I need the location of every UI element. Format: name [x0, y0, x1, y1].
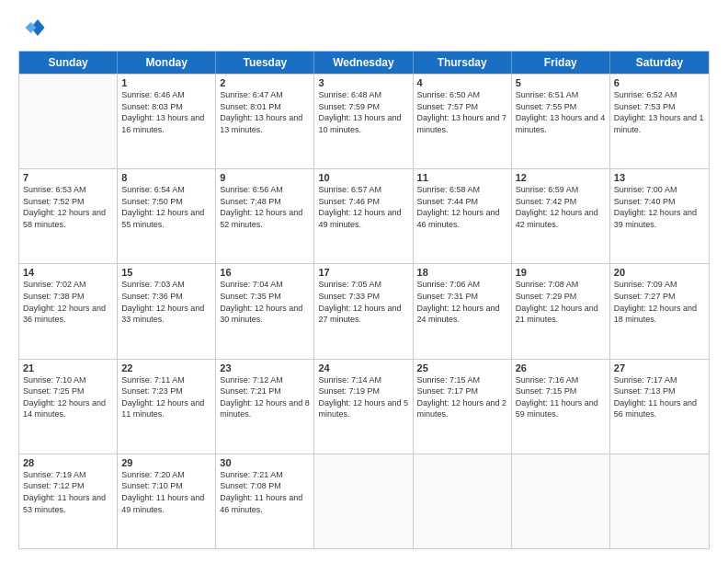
cal-week-2: 14 Sunrise: 7:02 AM Sunset: 7:38 PM Dayl…: [19, 263, 709, 358]
day-number: 27: [614, 362, 705, 373]
day-number: 22: [121, 362, 211, 373]
cal-cell: 14 Sunrise: 7:02 AM Sunset: 7:38 PM Dayl…: [19, 264, 118, 358]
cal-cell: 12 Sunrise: 6:59 AM Sunset: 7:42 PM Dayl…: [512, 169, 610, 263]
day-number: 14: [23, 267, 113, 278]
cal-week-3: 21 Sunrise: 7:10 AM Sunset: 7:25 PM Dayl…: [19, 359, 709, 454]
day-number: 12: [516, 172, 606, 183]
cal-cell: 24 Sunrise: 7:14 AM Sunset: 7:19 PM Dayl…: [314, 360, 413, 454]
page: SundayMondayTuesdayWednesdayThursdayFrid…: [0, 0, 728, 563]
day-number: 18: [417, 267, 507, 278]
cal-cell: 8 Sunrise: 6:54 AM Sunset: 7:50 PM Dayli…: [118, 169, 216, 263]
day-number: 5: [516, 77, 606, 88]
day-info: Sunrise: 6:56 AM Sunset: 7:48 PM Dayligh…: [220, 184, 310, 230]
cal-cell: [610, 454, 709, 548]
cal-cell: [512, 454, 610, 548]
day-info: Sunrise: 6:51 AM Sunset: 7:55 PM Dayligh…: [516, 89, 606, 135]
day-info: Sunrise: 7:09 AM Sunset: 7:27 PM Dayligh…: [614, 279, 705, 325]
cal-cell: 15 Sunrise: 7:03 AM Sunset: 7:36 PM Dayl…: [118, 264, 216, 358]
day-number: 20: [614, 267, 705, 278]
cal-cell: 18 Sunrise: 7:06 AM Sunset: 7:31 PM Dayl…: [414, 264, 512, 358]
cal-cell: 6 Sunrise: 6:52 AM Sunset: 7:53 PM Dayli…: [610, 75, 709, 168]
cal-cell: 20 Sunrise: 7:09 AM Sunset: 7:27 PM Dayl…: [610, 264, 709, 358]
day-number: 2: [220, 77, 310, 88]
day-number: 16: [220, 267, 310, 278]
day-info: Sunrise: 6:54 AM Sunset: 7:50 PM Dayligh…: [121, 184, 211, 230]
day-number: 28: [23, 457, 113, 468]
cal-cell: 3 Sunrise: 6:48 AM Sunset: 7:59 PM Dayli…: [314, 75, 413, 168]
day-number: 4: [417, 77, 507, 88]
cal-cell: [314, 454, 413, 548]
header-day-tuesday: Tuesday: [216, 52, 314, 74]
day-info: Sunrise: 7:03 AM Sunset: 7:36 PM Dayligh…: [121, 279, 211, 325]
day-number: 6: [614, 77, 705, 88]
cal-cell: 25 Sunrise: 7:15 AM Sunset: 7:17 PM Dayl…: [414, 360, 512, 454]
cal-cell: 13 Sunrise: 7:00 AM Sunset: 7:40 PM Dayl…: [610, 169, 709, 263]
day-info: Sunrise: 7:11 AM Sunset: 7:23 PM Dayligh…: [121, 374, 211, 420]
day-info: Sunrise: 7:08 AM Sunset: 7:29 PM Dayligh…: [516, 279, 606, 325]
day-number: 13: [614, 172, 705, 183]
day-number: 24: [318, 362, 408, 373]
cal-cell: 28 Sunrise: 7:19 AM Sunset: 7:12 PM Dayl…: [19, 454, 118, 548]
cal-cell: [19, 75, 118, 168]
day-info: Sunrise: 6:48 AM Sunset: 7:59 PM Dayligh…: [318, 89, 408, 135]
cal-cell: 26 Sunrise: 7:16 AM Sunset: 7:15 PM Dayl…: [512, 360, 610, 454]
day-info: Sunrise: 7:06 AM Sunset: 7:31 PM Dayligh…: [417, 279, 507, 325]
cal-cell: 11 Sunrise: 6:58 AM Sunset: 7:44 PM Dayl…: [414, 169, 512, 263]
cal-cell: 9 Sunrise: 6:56 AM Sunset: 7:48 PM Dayli…: [216, 169, 314, 263]
day-number: 17: [318, 267, 408, 278]
day-info: Sunrise: 7:04 AM Sunset: 7:35 PM Dayligh…: [220, 279, 310, 325]
calendar: SundayMondayTuesdayWednesdayThursdayFrid…: [18, 51, 710, 549]
day-info: Sunrise: 6:50 AM Sunset: 7:57 PM Dayligh…: [417, 89, 507, 135]
cal-cell: 10 Sunrise: 6:57 AM Sunset: 7:46 PM Dayl…: [314, 169, 413, 263]
cal-cell: 1 Sunrise: 6:46 AM Sunset: 8:03 PM Dayli…: [118, 75, 216, 168]
cal-cell: 30 Sunrise: 7:21 AM Sunset: 7:08 PM Dayl…: [216, 454, 314, 548]
cal-cell: 17 Sunrise: 7:05 AM Sunset: 7:33 PM Dayl…: [314, 264, 413, 358]
day-info: Sunrise: 6:46 AM Sunset: 8:03 PM Dayligh…: [121, 89, 211, 135]
header: [18, 14, 710, 41]
day-info: Sunrise: 6:47 AM Sunset: 8:01 PM Dayligh…: [220, 89, 310, 135]
calendar-body: 1 Sunrise: 6:46 AM Sunset: 8:03 PM Dayli…: [19, 74, 709, 548]
day-info: Sunrise: 7:19 AM Sunset: 7:12 PM Dayligh…: [23, 469, 113, 515]
day-info: Sunrise: 6:52 AM Sunset: 7:53 PM Dayligh…: [614, 89, 705, 135]
cal-cell: 29 Sunrise: 7:20 AM Sunset: 7:10 PM Dayl…: [118, 454, 216, 548]
day-info: Sunrise: 7:10 AM Sunset: 7:25 PM Dayligh…: [23, 374, 113, 420]
header-day-monday: Monday: [118, 52, 216, 74]
header-day-friday: Friday: [512, 52, 610, 74]
day-info: Sunrise: 6:53 AM Sunset: 7:52 PM Dayligh…: [23, 184, 113, 230]
header-day-thursday: Thursday: [414, 52, 512, 74]
cal-cell: 19 Sunrise: 7:08 AM Sunset: 7:29 PM Dayl…: [512, 264, 610, 358]
day-info: Sunrise: 7:21 AM Sunset: 7:08 PM Dayligh…: [220, 469, 310, 515]
cal-cell: 16 Sunrise: 7:04 AM Sunset: 7:35 PM Dayl…: [216, 264, 314, 358]
day-info: Sunrise: 7:02 AM Sunset: 7:38 PM Dayligh…: [23, 279, 113, 325]
day-info: Sunrise: 7:12 AM Sunset: 7:21 PM Dayligh…: [220, 374, 310, 420]
logo: [18, 14, 50, 41]
cal-cell: 2 Sunrise: 6:47 AM Sunset: 8:01 PM Dayli…: [216, 75, 314, 168]
cal-cell: 5 Sunrise: 6:51 AM Sunset: 7:55 PM Dayli…: [512, 75, 610, 168]
day-number: 19: [516, 267, 606, 278]
header-day-sunday: Sunday: [19, 52, 118, 74]
header-day-wednesday: Wednesday: [314, 52, 413, 74]
cal-cell: [414, 454, 512, 548]
cal-cell: 23 Sunrise: 7:12 AM Sunset: 7:21 PM Dayl…: [216, 360, 314, 454]
calendar-header: SundayMondayTuesdayWednesdayThursdayFrid…: [19, 52, 709, 74]
day-info: Sunrise: 7:00 AM Sunset: 7:40 PM Dayligh…: [614, 184, 705, 230]
cal-cell: 21 Sunrise: 7:10 AM Sunset: 7:25 PM Dayl…: [19, 360, 118, 454]
day-number: 11: [417, 172, 507, 183]
day-number: 10: [318, 172, 408, 183]
cal-cell: 7 Sunrise: 6:53 AM Sunset: 7:52 PM Dayli…: [19, 169, 118, 263]
day-number: 21: [23, 362, 113, 373]
day-info: Sunrise: 7:16 AM Sunset: 7:15 PM Dayligh…: [516, 374, 606, 420]
cal-week-1: 7 Sunrise: 6:53 AM Sunset: 7:52 PM Dayli…: [19, 168, 709, 263]
day-number: 9: [220, 172, 310, 183]
cal-cell: 22 Sunrise: 7:11 AM Sunset: 7:23 PM Dayl…: [118, 360, 216, 454]
cal-cell: 4 Sunrise: 6:50 AM Sunset: 7:57 PM Dayli…: [414, 75, 512, 168]
cal-cell: 27 Sunrise: 7:17 AM Sunset: 7:13 PM Dayl…: [610, 360, 709, 454]
day-number: 7: [23, 172, 113, 183]
day-info: Sunrise: 7:15 AM Sunset: 7:17 PM Dayligh…: [417, 374, 507, 420]
day-number: 3: [318, 77, 408, 88]
day-info: Sunrise: 6:59 AM Sunset: 7:42 PM Dayligh…: [516, 184, 606, 230]
day-number: 29: [121, 457, 211, 468]
day-number: 1: [121, 77, 211, 88]
day-info: Sunrise: 6:58 AM Sunset: 7:44 PM Dayligh…: [417, 184, 507, 230]
day-info: Sunrise: 7:20 AM Sunset: 7:10 PM Dayligh…: [121, 469, 211, 515]
